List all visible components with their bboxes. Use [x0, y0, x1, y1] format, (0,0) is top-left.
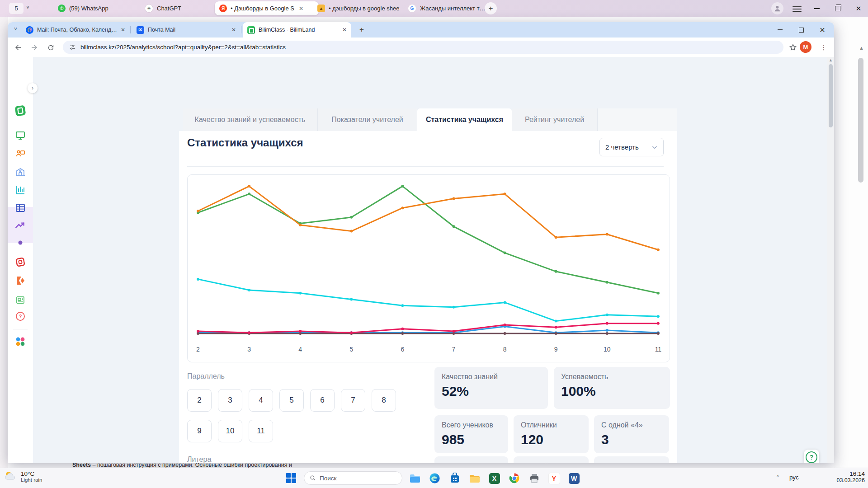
taskbar-icon-edge[interactable] [429, 472, 441, 484]
url-text[interactable]: bilimclass.kz/2025/analytics/school?apt=… [80, 44, 286, 51]
taskbar-icon-word[interactable]: W [568, 472, 580, 484]
sidebar-item-teachers[interactable] [8, 144, 33, 162]
window-close-button[interactable]: ✕ [813, 22, 831, 38]
stat-value: 985 [442, 432, 501, 447]
taskbar-search[interactable]: Поиск [304, 471, 402, 485]
forward-icon[interactable] [28, 42, 40, 53]
sidebar-item-news[interactable] [8, 291, 33, 309]
window-minimize-button[interactable] [771, 22, 789, 38]
url-bar[interactable]: bilimclass.kz/2025/analytics/school?apt=… [63, 41, 783, 54]
store-icon [449, 473, 460, 484]
outer-tab-label: (59) WhatsApp [69, 5, 108, 12]
minimize-button[interactable] [809, 0, 825, 17]
sidebar-item-bilim-red-logo[interactable] [8, 253, 33, 271]
stat-value: 52% [442, 384, 541, 399]
site-settings-icon[interactable] [69, 44, 76, 51]
outer-tab[interactable]: ✳ChatGPT [140, 1, 221, 15]
new-tab-button[interactable]: + [485, 2, 497, 14]
parallel-button-4[interactable]: 4 [249, 389, 273, 412]
svg-text:6: 6 [401, 346, 405, 353]
quarter-select[interactable]: 2 четверть [599, 138, 664, 156]
sidebar-item-apps-grid[interactable] [8, 332, 33, 352]
kebab-menu-icon[interactable]: ⋮ [818, 42, 830, 53]
scrollbar-thumb[interactable] [829, 64, 833, 127]
taskbar-icon-chrome[interactable] [508, 472, 520, 484]
taskbar-icon-yandex-app[interactable]: Y [548, 472, 560, 484]
reload-icon[interactable] [45, 42, 57, 53]
bilimclass-logo-icon[interactable] [8, 102, 33, 120]
sidebar-item-help[interactable]: ? [8, 307, 33, 325]
tab-student-statistics[interactable]: Статистика учащихся [417, 108, 512, 131]
sidebar-item-bar-chart[interactable] [8, 181, 33, 199]
profile-avatar-icon[interactable] [771, 2, 783, 14]
stat-value: 100% [561, 384, 663, 399]
outer-tab[interactable]: GЖасанды интеллект техн [403, 1, 493, 15]
tab-spacer [179, 108, 183, 131]
close-icon[interactable]: ✕ [121, 27, 125, 33]
parallel-button-3[interactable]: 3 [218, 389, 242, 412]
clock-date: 03.03.2026 [825, 477, 865, 483]
language-indicator[interactable]: рус [789, 474, 799, 481]
window-maximize-button[interactable] [792, 22, 810, 38]
tray-chevron-icon[interactable]: ⌃ [776, 474, 780, 480]
envelope-icon: ✉ [137, 26, 144, 34]
parallel-button-10[interactable]: 10 [218, 420, 242, 442]
scroll-up-arrow[interactable]: ▲ [859, 45, 864, 51]
tab-search-chevron-icon[interactable]: ˅ [14, 26, 17, 33]
sidebar-item-table[interactable] [8, 199, 33, 217]
tab-teacher-rating[interactable]: Рейтинг учителей [512, 108, 598, 131]
svg-text:2: 2 [196, 346, 200, 353]
scroll-up-arrow[interactable]: ▲ [829, 58, 833, 62]
taskbar-icon-printer[interactable] [528, 472, 540, 484]
start-button[interactable] [286, 473, 296, 483]
close-button[interactable]: ✕ [851, 0, 866, 17]
sidebar-expand-button[interactable]: › [28, 83, 38, 93]
profile-avatar[interactable]: M [800, 41, 811, 53]
close-icon[interactable]: ✕ [231, 27, 236, 33]
chevron-down-icon[interactable]: ˅ [26, 5, 29, 11]
quarter-select-value: 2 четверть [605, 143, 639, 151]
svg-text:?: ? [19, 314, 22, 319]
chrome-tab[interactable]: @Mail: Почта, Облако, Календар✕ [21, 22, 130, 38]
menu-icon[interactable] [793, 5, 802, 13]
outer-tab[interactable]: Я• Дэшборды в Google S✕ [215, 1, 319, 15]
taskbar-icon-excel[interactable]: X [488, 472, 500, 484]
underlying-text: Sheets – пошаговая инструкция с примерам… [72, 463, 292, 468]
outer-tab-label: Жасанды интеллект техн [420, 5, 488, 12]
tab-teacher-indicators[interactable]: Показатели учителей [318, 108, 417, 131]
taskbar-icon-store[interactable] [448, 472, 461, 484]
close-icon[interactable]: ✕ [299, 5, 303, 12]
weather-desc: Light rain [21, 477, 42, 483]
chrome-new-tab-button[interactable]: + [359, 25, 364, 34]
bookmark-star-icon[interactable] [787, 42, 799, 53]
tab-counter[interactable]: 5 [9, 3, 24, 14]
sidebar-item-kundelik-logo[interactable] [8, 272, 33, 290]
parallel-button-2[interactable]: 2 [187, 389, 212, 412]
parallel-button-8[interactable]: 8 [372, 389, 396, 412]
parallel-button-5[interactable]: 5 [279, 389, 304, 412]
taskbar-clock[interactable]: 16:14 03.03.2026 [825, 470, 865, 483]
help-button[interactable]: ? [804, 450, 819, 463]
outer-scrollbar[interactable] [858, 58, 863, 183]
parallel-button-7[interactable]: 7 [341, 389, 365, 412]
back-icon[interactable] [12, 42, 24, 53]
sidebar-item-dot[interactable] [8, 234, 33, 252]
close-icon[interactable]: ✕ [342, 27, 347, 33]
outer-tab[interactable]: ▲• дэшборды в google shee [313, 1, 409, 15]
taskbar-weather[interactable]: 10°C Light rain [4, 469, 42, 483]
parallel-button-9[interactable]: 9 [187, 420, 212, 442]
parallel-button-6[interactable]: 6 [310, 389, 335, 412]
restore-button[interactable] [830, 0, 845, 17]
sidebar-item-school[interactable] [8, 163, 33, 181]
tab-quality[interactable]: Качество знаний и успеваемость [183, 108, 318, 131]
taskbar-icon-folder[interactable] [468, 472, 481, 484]
sidebar-item-monitor[interactable] [8, 127, 33, 145]
chrome-tab[interactable]: ✉Почта Mail✕ [132, 22, 241, 38]
outer-tab[interactable]: ✆(59) WhatsApp [53, 1, 146, 15]
chrome-tab[interactable]: BilimClass - BilimLand✕ [243, 22, 351, 38]
page-scrollbar[interactable]: ▲ [827, 57, 834, 463]
parallel-button-11[interactable]: 11 [249, 420, 273, 442]
sidebar-item-analytics-active[interactable] [8, 216, 33, 235]
question-icon: ? [806, 451, 817, 463]
taskbar-icon-file-explorer[interactable] [409, 472, 421, 484]
